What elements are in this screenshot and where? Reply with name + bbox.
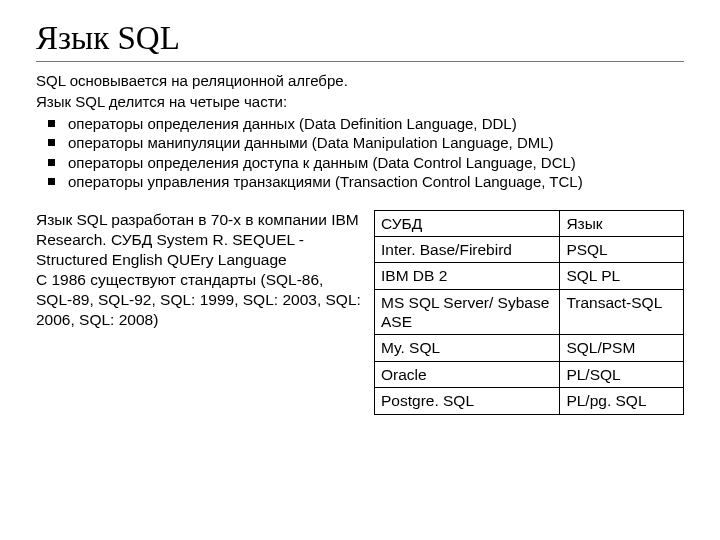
table-cell: Inter. Base/Firebird bbox=[375, 236, 560, 262]
table-cell: Transact-SQL bbox=[560, 289, 684, 335]
table-cell: Oracle bbox=[375, 361, 560, 387]
table-row: MS SQL Server/ Sybase ASE Transact-SQL bbox=[375, 289, 684, 335]
table-cell: IBM DB 2 bbox=[375, 263, 560, 289]
table-cell: PL/pg. SQL bbox=[560, 388, 684, 414]
table-cell: Язык bbox=[560, 210, 684, 236]
table-row: Inter. Base/Firebird PSQL bbox=[375, 236, 684, 262]
table-cell: PL/SQL bbox=[560, 361, 684, 387]
history-paragraph: Язык SQL разработан в 70-х в компании IB… bbox=[36, 210, 362, 331]
bullet-list: операторы определения данных (Data Defin… bbox=[36, 114, 684, 192]
table-row: My. SQL SQL/PSM bbox=[375, 335, 684, 361]
table-cell: PSQL bbox=[560, 236, 684, 262]
table-cell: MS SQL Server/ Sybase ASE bbox=[375, 289, 560, 335]
intro-line: Язык SQL делится на четыре части: bbox=[36, 93, 684, 112]
slide: Язык SQL SQL основывается на реляционной… bbox=[0, 0, 720, 435]
table-cell: Postgre. SQL bbox=[375, 388, 560, 414]
page-title: Язык SQL bbox=[36, 20, 684, 57]
table-row: IBM DB 2 SQL PL bbox=[375, 263, 684, 289]
intro-block: SQL основывается на реляционной алгебре.… bbox=[36, 72, 684, 112]
list-item: операторы определения доступа к данным (… bbox=[48, 153, 684, 173]
right-column: СУБД Язык Inter. Base/Firebird PSQL IBM … bbox=[374, 210, 684, 415]
columns: Язык SQL разработан в 70-х в компании IB… bbox=[36, 210, 684, 415]
list-item: операторы манипуляции данными (Data Mani… bbox=[48, 133, 684, 153]
left-column: Язык SQL разработан в 70-х в компании IB… bbox=[36, 210, 362, 415]
intro-line: SQL основывается на реляционной алгебре. bbox=[36, 72, 684, 91]
table-cell: My. SQL bbox=[375, 335, 560, 361]
table-row: СУБД Язык bbox=[375, 210, 684, 236]
table-cell: SQL/PSM bbox=[560, 335, 684, 361]
table-cell: СУБД bbox=[375, 210, 560, 236]
table-cell: SQL PL bbox=[560, 263, 684, 289]
table-row: Postgre. SQL PL/pg. SQL bbox=[375, 388, 684, 414]
title-area: Язык SQL bbox=[36, 20, 684, 62]
table-row: Oracle PL/SQL bbox=[375, 361, 684, 387]
list-item: операторы определения данных (Data Defin… bbox=[48, 114, 684, 134]
dbms-table: СУБД Язык Inter. Base/Firebird PSQL IBM … bbox=[374, 210, 684, 415]
list-item: операторы управления транзакциями (Trans… bbox=[48, 172, 684, 192]
